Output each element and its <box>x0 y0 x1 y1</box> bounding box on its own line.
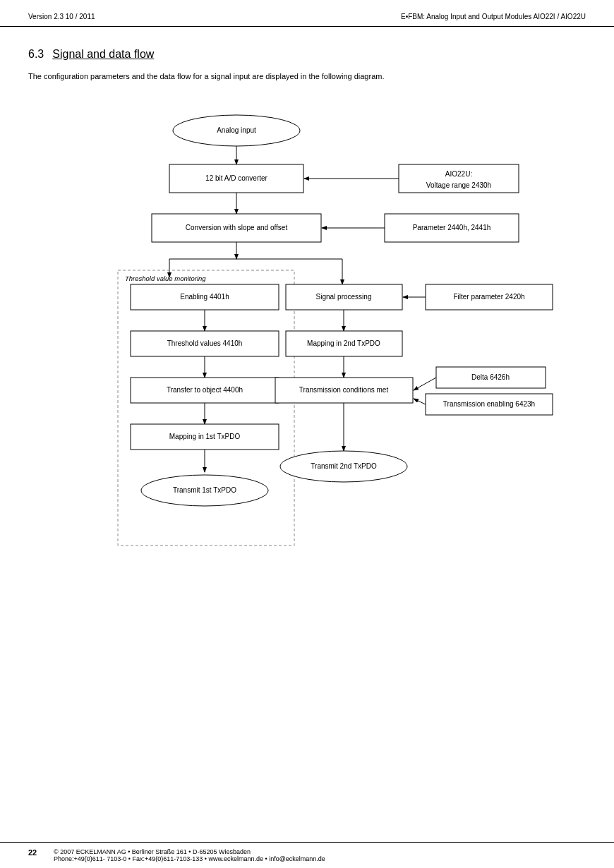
header-title: E•FBM: Analog Input and Output Modules A… <box>401 13 586 20</box>
section-title: Signal and data flow <box>52 48 154 61</box>
page-content: 6.3 Signal and data flow The configurati… <box>0 27 614 639</box>
delta-label: Delta 6426h <box>471 373 510 380</box>
aio22u-label1: AIO22U: <box>445 169 472 177</box>
page-number: 22 <box>28 848 42 857</box>
transmission-enabling-label: Transmission enabling 6423h <box>443 399 535 407</box>
signal-processing-label: Signal processing <box>316 292 372 300</box>
analog-input-label: Analog input <box>217 126 256 133</box>
transmit1-label: Transmit 1st TxPDO <box>173 486 236 493</box>
signal-flow-diagram: Analog input 12 bit A/D converter AIO22U… <box>39 102 575 582</box>
footer-contact: Phone:+49(0)611- 7103-0 • Fax:+49(0)611-… <box>54 855 325 862</box>
mapping2-label: Mapping in 2nd TxPDO <box>307 339 380 346</box>
transmit2-label: Transmit 2nd TxPDO <box>311 462 377 469</box>
mapping1-label: Mapping in 1st TxPDO <box>169 432 241 440</box>
aio22u-label2: Voltage range 2430h <box>426 181 491 188</box>
svg-line-34 <box>414 378 436 390</box>
transmission-cond-label: Transmission conditions met <box>299 385 389 393</box>
threshold-values-label: Threshold values 4410h <box>167 339 243 346</box>
threshold-group-label: Threshold value monitoring <box>125 275 206 282</box>
section-number: 6.3 <box>28 48 44 61</box>
footer-info: © 2007 ECKELMANN AG • Berliner Straße 16… <box>54 848 325 862</box>
svg-line-35 <box>414 399 426 404</box>
adc-label: 12 bit A/D converter <box>205 174 267 181</box>
header-version: Version 2.3 10 / 2011 <box>28 13 95 20</box>
filter-label: Filter parameter 2420h <box>453 292 524 300</box>
conversion-label: Conversion with slope and offset <box>186 223 288 231</box>
parameter-label: Parameter 2440h, 2441h <box>413 223 491 231</box>
transfer-label: Transfer to object 4400h <box>167 385 243 393</box>
page-header: Version 2.3 10 / 2011 E•FBM: Analog Inpu… <box>0 0 614 27</box>
section-description: The configuration parameters and the dat… <box>28 71 536 83</box>
section-heading: 6.3 Signal and data flow <box>28 48 586 61</box>
footer-copyright: © 2007 ECKELMANN AG • Berliner Straße 16… <box>54 848 325 855</box>
page-footer: 22 © 2007 ECKELMANN AG • Berliner Straße… <box>0 842 614 868</box>
enabling-label: Enabling 4401h <box>180 292 229 300</box>
